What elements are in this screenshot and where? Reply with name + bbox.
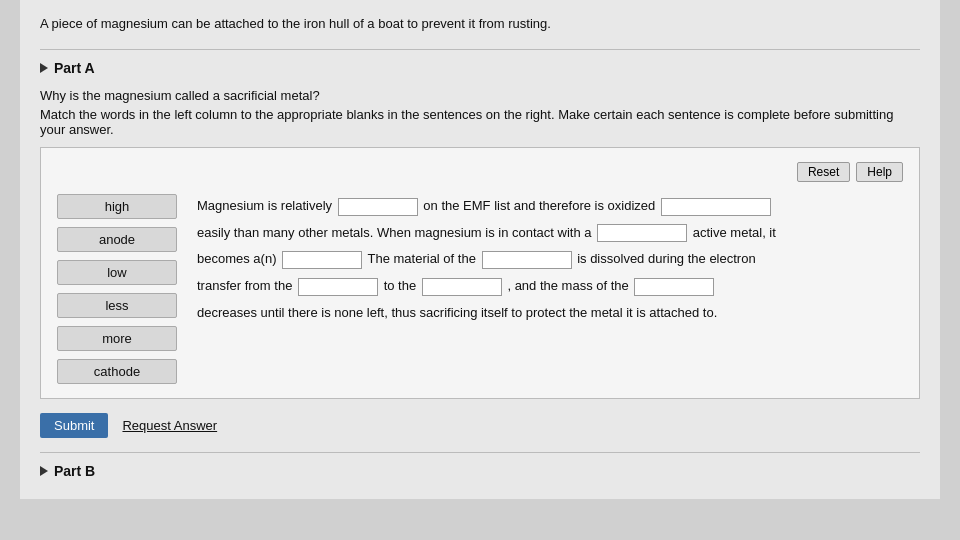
submit-button[interactable]: Submit xyxy=(40,413,108,438)
word-high[interactable]: high xyxy=(57,194,177,219)
word-less[interactable]: less xyxy=(57,293,177,318)
blank-1-2[interactable] xyxy=(661,198,771,216)
sentence-4-text-1: transfer from the xyxy=(197,278,292,293)
part-a-header: Part A xyxy=(40,60,920,76)
sentence-1-text-1: Magnesium is relatively xyxy=(197,198,332,213)
sentence-1-text-2: on the EMF list and therefore is oxidize… xyxy=(423,198,655,213)
request-answer-link[interactable]: Request Answer xyxy=(122,418,217,433)
blank-4-3[interactable] xyxy=(634,278,714,296)
collapse-triangle-a[interactable] xyxy=(40,63,48,73)
blank-4-1[interactable] xyxy=(298,278,378,296)
word-anode[interactable]: anode xyxy=(57,227,177,252)
blank-1-1[interactable] xyxy=(338,198,418,216)
sentence-4-text-3: , and the mass of the xyxy=(507,278,628,293)
exercise-box: Reset Help high anode low less more cath… xyxy=(40,147,920,399)
part-b-label: Part B xyxy=(54,463,95,479)
part-b-header: Part B xyxy=(40,463,920,479)
sentence-4-text-2: to the xyxy=(384,278,417,293)
sentence-5: decreases until there is none left, thus… xyxy=(197,301,903,326)
sentence-2: easily than many other metals. When magn… xyxy=(197,221,903,246)
sentence-2-text-1: easily than many other metals. When magn… xyxy=(197,225,592,240)
submit-row: Submit Request Answer xyxy=(40,413,920,438)
part-a-question: Why is the magnesium called a sacrificia… xyxy=(40,88,920,103)
help-button[interactable]: Help xyxy=(856,162,903,182)
sentence-3-text-3: is dissolved during the electron xyxy=(577,251,756,266)
sentence-5-text: decreases until there is none left, thus… xyxy=(197,305,717,320)
blank-3-2[interactable] xyxy=(482,251,572,269)
word-more[interactable]: more xyxy=(57,326,177,351)
part-a-label: Part A xyxy=(54,60,95,76)
exercise-top-bar: Reset Help xyxy=(57,162,903,182)
word-cathode[interactable]: cathode xyxy=(57,359,177,384)
blank-2-1[interactable] xyxy=(597,224,687,242)
sentence-3-text-2: The material of the xyxy=(368,251,476,266)
reset-button[interactable]: Reset xyxy=(797,162,850,182)
exercise-content: high anode low less more cathode Magnesi… xyxy=(57,194,903,384)
sentence-3-text-1: becomes a(n) xyxy=(197,251,276,266)
sentence-2-text-2: active metal, it xyxy=(693,225,776,240)
sentence-4: transfer from the to the , and the mass … xyxy=(197,274,903,299)
sentence-3: becomes a(n) The material of the is diss… xyxy=(197,247,903,272)
collapse-triangle-b[interactable] xyxy=(40,466,48,476)
word-low[interactable]: low xyxy=(57,260,177,285)
intro-text: A piece of magnesium can be attached to … xyxy=(40,16,920,31)
blank-4-2[interactable] xyxy=(422,278,502,296)
sentences-area: Magnesium is relatively on the EMF list … xyxy=(197,194,903,384)
sentence-1: Magnesium is relatively on the EMF list … xyxy=(197,194,903,219)
part-a-instructions: Match the words in the left column to th… xyxy=(40,107,920,137)
blank-3-1[interactable] xyxy=(282,251,362,269)
word-bank: high anode low less more cathode xyxy=(57,194,177,384)
